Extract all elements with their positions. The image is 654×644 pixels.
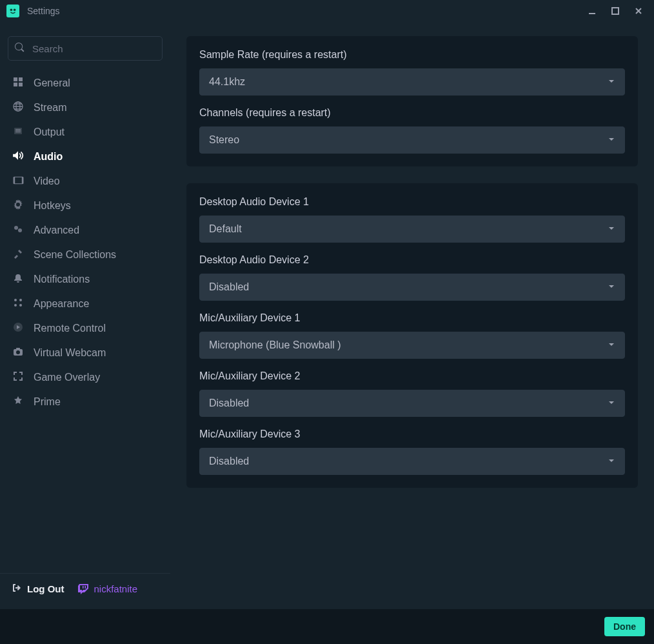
select-value: Disabled	[209, 456, 249, 467]
channels-label: Channels (requires a restart)	[199, 107, 625, 119]
sidebar-nav: General Stream Output	[0, 66, 170, 414]
search-input[interactable]	[31, 43, 156, 55]
svg-point-18	[18, 228, 22, 232]
desktop-audio-1-label: Desktop Audio Device 1	[199, 196, 625, 208]
sidebar-item-notifications[interactable]: Notifications	[0, 267, 170, 292]
gears-icon	[12, 224, 25, 237]
mic-aux-1-label: Mic/Auxiliary Device 1	[199, 312, 625, 324]
svg-point-25	[16, 350, 20, 354]
sidebar-item-label: Game Overlay	[34, 372, 100, 383]
desktop-audio-1-select[interactable]: Default	[199, 216, 625, 243]
sidebar-item-scene-collections[interactable]: Scene Collections	[0, 243, 170, 267]
svg-rect-3	[612, 8, 619, 14]
sidebar-item-prime[interactable]: Prime	[0, 390, 170, 414]
svg-rect-7	[19, 83, 23, 86]
svg-rect-26	[16, 348, 20, 350]
sidebar-item-remote-control[interactable]: Remote Control	[0, 316, 170, 341]
sidebar-item-label: Appearance	[34, 298, 89, 310]
gear-icon	[12, 199, 25, 212]
chevron-down-icon	[608, 456, 615, 467]
sample-rate-label: Sample Rate (requires a restart)	[199, 49, 625, 61]
svg-point-19	[14, 299, 17, 301]
minimize-button[interactable]	[580, 1, 604, 21]
search-input-wrapper[interactable]	[8, 36, 163, 61]
sidebar-item-label: Audio	[34, 151, 63, 163]
settings-content: Sample Rate (requires a restart) 44.1khz…	[170, 22, 654, 609]
mic-aux-3-select[interactable]: Disabled	[199, 448, 625, 475]
audio-devices-panel: Desktop Audio Device 1 Default Desktop A…	[186, 183, 638, 488]
sidebar-item-hotkeys[interactable]: Hotkeys	[0, 194, 170, 218]
star-icon	[12, 396, 25, 408]
mic-aux-1-select[interactable]: Microphone (Blue Snowball )	[199, 332, 625, 359]
select-value: Microphone (Blue Snowball )	[209, 339, 341, 351]
sidebar-footer: Log Out nickfatnite	[0, 573, 170, 609]
svg-rect-16	[21, 177, 23, 184]
logout-label: Log Out	[27, 583, 64, 594]
svg-point-17	[14, 226, 18, 230]
svg-rect-27	[83, 586, 84, 589]
mic-aux-3-label: Mic/Auxiliary Device 3	[199, 428, 625, 440]
sidebar-item-game-overlay[interactable]: Game Overlay	[0, 365, 170, 390]
svg-point-20	[19, 299, 22, 301]
chevron-down-icon	[608, 281, 615, 293]
globe-icon	[12, 101, 25, 114]
sidebar-item-general[interactable]: General	[0, 71, 170, 96]
chevron-down-icon	[608, 76, 615, 88]
sidebar-item-label: Remote Control	[34, 323, 106, 334]
footer-bar: Done	[0, 609, 654, 644]
select-value: Default	[209, 223, 242, 235]
mic-aux-2-label: Mic/Auxiliary Device 2	[199, 370, 625, 382]
desktop-audio-2-select[interactable]: Disabled	[199, 274, 625, 301]
sidebar-item-audio[interactable]: Audio	[0, 145, 170, 169]
close-button[interactable]	[627, 1, 650, 21]
select-value: Stereo	[209, 134, 239, 146]
sample-rate-select[interactable]: 44.1khz	[199, 68, 625, 96]
window-title: Settings	[27, 6, 60, 16]
sidebar-item-label: Virtual Webcam	[34, 347, 106, 359]
svg-point-1	[14, 9, 16, 12]
app-icon	[6, 5, 19, 17]
chevron-down-icon	[608, 223, 615, 235]
svg-rect-4	[14, 77, 17, 81]
chevron-down-icon	[608, 339, 615, 351]
sidebar-item-label: Notifications	[34, 274, 90, 285]
sidebar-item-video[interactable]: Video	[0, 169, 170, 194]
sidebar-item-label: Advanced	[34, 225, 79, 236]
sidebar-item-appearance[interactable]: Appearance	[0, 292, 170, 316]
svg-rect-15	[14, 177, 15, 184]
camera-icon	[12, 347, 25, 359]
maximize-button[interactable]	[604, 1, 627, 21]
grid-icon	[12, 77, 25, 90]
sidebar-item-virtual-webcam[interactable]: Virtual Webcam	[0, 341, 170, 365]
channels-select[interactable]: Stereo	[199, 126, 625, 154]
sidebar-item-label: Hotkeys	[34, 200, 71, 212]
audio-general-panel: Sample Rate (requires a restart) 44.1khz…	[186, 36, 638, 166]
sidebar-item-label: Output	[34, 126, 64, 138]
settings-window: Settings	[0, 0, 654, 644]
sidebar-item-output[interactable]: Output	[0, 120, 170, 145]
sidebar-item-label: Prime	[34, 396, 61, 408]
done-button[interactable]: Done	[604, 617, 645, 636]
output-icon	[12, 126, 25, 139]
twitch-user[interactable]: nickfatnite	[78, 583, 137, 594]
sidebar-item-stream[interactable]: Stream	[0, 96, 170, 120]
mic-aux-2-select[interactable]: Disabled	[199, 390, 625, 417]
sidebar-item-label: General	[34, 77, 70, 89]
svg-rect-13	[15, 132, 21, 132]
sidebar-item-advanced[interactable]: Advanced	[0, 218, 170, 243]
twitch-username: nickfatnite	[94, 583, 137, 594]
logout-button[interactable]: Log Out	[12, 583, 64, 595]
video-icon	[12, 175, 25, 188]
chevron-down-icon	[608, 134, 615, 146]
appearance-icon	[12, 297, 25, 310]
svg-rect-28	[85, 586, 86, 589]
twitch-icon	[78, 584, 88, 594]
svg-rect-14	[14, 177, 23, 184]
desktop-audio-2-label: Desktop Audio Device 2	[199, 254, 625, 266]
tools-icon	[12, 248, 25, 261]
expand-icon	[12, 371, 25, 384]
svg-rect-12	[15, 130, 21, 131]
sidebar: General Stream Output	[0, 22, 170, 609]
select-value: Disabled	[209, 397, 249, 409]
svg-point-22	[19, 304, 22, 307]
